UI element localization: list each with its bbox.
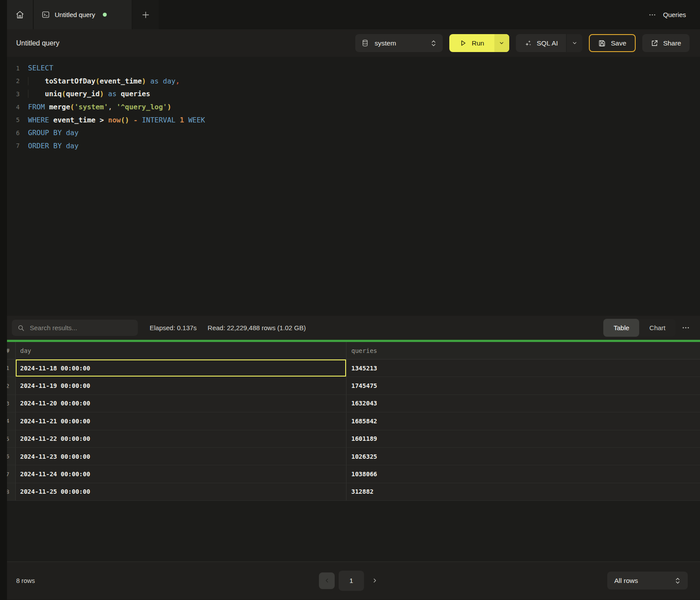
view-toggle: Table Chart [603,319,676,337]
share-button[interactable]: Share [642,34,690,52]
code-line[interactable]: 4 FROM merge('system', '^query_log') [0,101,700,114]
day-cell[interactable]: 2024-11-24 00:00:00 [15,465,346,482]
table-row: 5 2024-11-22 00:00:00 1601189 [0,430,700,448]
database-icon [361,39,369,47]
share-icon [651,39,658,47]
save-button[interactable]: Save [589,34,635,52]
table-row: 8 2024-11-25 00:00:00 312882 [0,483,700,501]
plus-icon [141,10,150,19]
home-icon [15,10,24,19]
query-title: Untitled query [16,39,60,47]
table-header: # day queries [0,342,700,359]
results-menu-icon[interactable] [682,324,690,331]
code-line[interactable]: 5 WHERE event_time > now() - INTERVAL 1 … [0,113,700,126]
chevron-right-icon [372,578,378,583]
tab-label: Untitled query [55,11,95,18]
page-size-select[interactable]: All rows [607,572,688,590]
current-page-button[interactable]: 1 [339,571,364,591]
code-text: FROM merge('system', '^query_log') [28,103,172,111]
query-toolbar: Untitled query system Run [0,29,700,57]
code-text: SELECT [28,64,53,72]
queries-panel-toggle[interactable]: Queries [663,11,686,18]
panel-menu-icon[interactable] [649,11,656,18]
table-row: 4 2024-11-21 00:00:00 1685842 [0,412,700,430]
day-cell[interactable]: 2024-11-20 00:00:00 [15,395,346,412]
day-cell[interactable]: 2024-11-21 00:00:00 [15,412,346,429]
day-cell[interactable]: 2024-11-25 00:00:00 [15,483,346,500]
page-size-value: All rows [614,577,675,585]
code-text: toStartOfDay(event_time) as day, [28,77,180,85]
next-page-button[interactable] [368,572,381,589]
code-text: uniq(query_id) as queries [28,90,150,98]
share-label: Share [663,39,681,47]
queries-cell[interactable]: 1038066 [346,465,700,482]
results-table: # day queries 1 2024-11-18 00:00:00 1345… [0,342,700,562]
sql-ai-button-group: SQL AI [516,34,583,52]
code-lines: 1 SELECT 2 toStartOfDay(event_time) as d… [0,62,700,152]
table-row: 2 2024-11-19 00:00:00 1745475 [0,377,700,394]
home-button[interactable] [7,0,33,29]
code-text: GROUP BY day [28,129,79,137]
queries-cell[interactable]: 1601189 [346,430,700,447]
header-day[interactable]: day [15,342,346,359]
chevron-updown-icon [675,577,681,584]
code-text: ORDER BY day [28,142,79,150]
terminal-icon [42,10,50,19]
run-label: Run [472,39,484,47]
day-cell[interactable]: 2024-11-19 00:00:00 [15,377,346,394]
queries-cell[interactable]: 1026325 [346,448,700,465]
table-row: 3 2024-11-20 00:00:00 1632043 [0,395,700,412]
run-button-group: Run [449,34,509,52]
tab-table[interactable]: Table [603,319,639,337]
code-line[interactable]: 1 SELECT [0,62,700,75]
queries-cell[interactable]: 1632043 [346,395,700,412]
chevron-down-icon [572,40,578,46]
table-body: 1 2024-11-18 00:00:00 1345213 2 2024-11-… [0,359,700,501]
tab-bar: Untitled query Queries [0,0,700,29]
save-label: Save [611,39,626,47]
read-stat: Read: 22,229,488 rows (1.02 GB) [208,324,306,331]
sql-ai-button[interactable]: SQL AI [516,34,567,52]
database-select[interactable]: system [355,34,443,52]
day-cell[interactable]: 2024-11-23 00:00:00 [15,448,346,465]
pagination: 1 [319,571,381,591]
search-box[interactable] [12,320,138,336]
sql-editor[interactable]: 1 SELECT 2 toStartOfDay(event_time) as d… [0,57,700,316]
queries-cell[interactable]: 1685842 [346,412,700,429]
day-cell[interactable]: 2024-11-18 00:00:00 [15,359,346,377]
sql-ai-options-button[interactable] [566,34,582,52]
tab-chart[interactable]: Chart [639,319,676,337]
code-line[interactable]: 3 uniq(query_id) as queries [0,87,700,101]
run-button[interactable]: Run [449,34,494,52]
results-toolbar: Elapsed: 0.137s Read: 22,229,488 rows (1… [0,316,700,340]
save-icon [598,39,606,47]
results-footer: 8 rows 1 All rows [0,562,700,599]
elapsed-stat: Elapsed: 0.137s [150,324,197,331]
search-icon [18,324,24,331]
chevron-left-icon [324,578,330,583]
run-options-button[interactable] [494,34,509,52]
queries-cell[interactable]: 312882 [346,483,700,500]
chevron-down-icon [499,40,504,46]
sparkles-icon [524,39,532,47]
code-line[interactable]: 2 toStartOfDay(event_time) as day, [0,75,700,88]
tab-untitled-query[interactable]: Untitled query [34,0,132,29]
queries-cell[interactable]: 1745475 [346,377,700,394]
play-icon [459,39,467,47]
code-line[interactable]: 6 GROUP BY day [0,126,700,140]
prev-page-button[interactable] [319,572,335,589]
table-row: 7 2024-11-24 00:00:00 1038066 [0,465,700,483]
chevron-updown-icon [430,40,437,47]
day-cell[interactable]: 2024-11-22 00:00:00 [15,430,346,447]
database-select-value: system [374,39,425,47]
new-tab-button[interactable] [133,0,159,29]
row-count: 8 rows [16,577,35,584]
sql-ai-label: SQL AI [537,39,558,47]
header-queries[interactable]: queries [346,342,700,359]
code-text: WHERE event_time > now() - INTERVAL 1 WE… [28,116,205,124]
code-line[interactable]: 7 ORDER BY day [0,140,700,153]
search-input[interactable] [29,324,132,332]
queries-cell[interactable]: 1345213 [346,359,700,377]
table-filler [0,501,700,562]
table-row: 6 2024-11-23 00:00:00 1026325 [0,448,700,465]
